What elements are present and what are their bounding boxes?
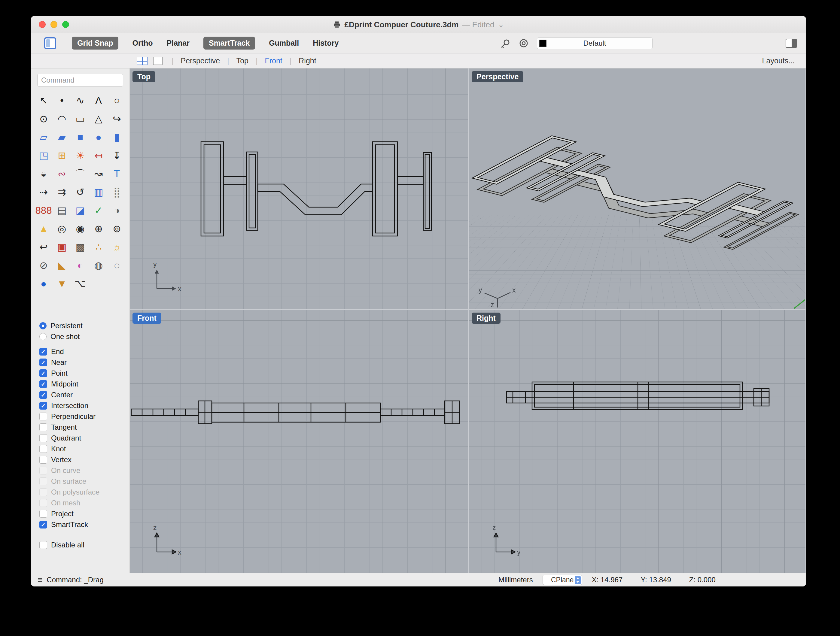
- earth-globe-icon[interactable]: ◍: [90, 256, 108, 274]
- radio-one-shot[interactable]: [39, 333, 47, 340]
- split-icon[interactable]: ↧: [108, 146, 126, 165]
- trim-icon[interactable]: ↤: [90, 146, 108, 165]
- toolbar-button-planar[interactable]: Planar: [167, 37, 189, 50]
- array-icon[interactable]: ⣿: [108, 183, 126, 201]
- point-cloud-icon[interactable]: ∴: [90, 238, 108, 256]
- zoom-icon[interactable]: ◎: [53, 219, 71, 238]
- zoom-extents-icon[interactable]: ⊕: [90, 219, 108, 238]
- toolbar-button-grid-snap[interactable]: Grid Snap: [72, 37, 118, 50]
- key-icon[interactable]: [500, 38, 510, 49]
- boolean-union-icon[interactable]: ◒: [35, 165, 53, 183]
- close-button[interactable]: [39, 21, 46, 28]
- toolbar-button-smarttrack[interactable]: SmartTrack: [204, 37, 255, 50]
- copy-icon[interactable]: ⇉: [53, 183, 71, 201]
- checkbox-perpendicular[interactable]: [39, 412, 47, 420]
- cplane-selector[interactable]: CPlane: [543, 575, 582, 585]
- viewport-front[interactable]: Front: [130, 310, 468, 573]
- units-indicator[interactable]: Millimeters: [498, 576, 533, 584]
- toolbar-button-history[interactable]: History: [313, 37, 339, 50]
- extend-curve-icon[interactable]: ↝: [90, 165, 108, 183]
- toolbar-button-ortho[interactable]: Ortho: [132, 37, 153, 50]
- toolbar-button-gumball[interactable]: Gumball: [269, 37, 299, 50]
- viewport-tab-right[interactable]: Right: [298, 57, 316, 65]
- lamp-icon[interactable]: ☼: [108, 238, 126, 256]
- mirror-icon[interactable]: ▥: [90, 183, 108, 201]
- checkbox-point[interactable]: ✓: [39, 369, 47, 377]
- viewport-right-label[interactable]: Right: [472, 313, 501, 324]
- viewport-perspective-label[interactable]: Perspective: [472, 71, 523, 82]
- freeform-curve-icon[interactable]: ↪: [108, 110, 126, 128]
- arc-icon[interactable]: ◠: [53, 110, 71, 128]
- wedge-icon[interactable]: ◣: [53, 256, 71, 274]
- checkbox-near[interactable]: ✓: [39, 359, 47, 366]
- curve-boolean-icon[interactable]: ∾: [53, 165, 71, 183]
- checkbox-quadrant[interactable]: [39, 434, 47, 442]
- mesh-sphere-icon[interactable]: ◌: [108, 256, 126, 274]
- render-icon[interactable]: ▣: [53, 238, 71, 256]
- minimize-button[interactable]: [51, 21, 57, 28]
- shaded-view-icon[interactable]: ◑: [108, 201, 126, 219]
- hatch-icon[interactable]: ▩: [71, 238, 90, 256]
- layer-selector[interactable]: Default: [537, 37, 652, 49]
- title-chevron-icon[interactable]: ⌄: [498, 20, 504, 29]
- cone-flat-icon[interactable]: ▼: [53, 274, 71, 293]
- four-view-icon[interactable]: [137, 57, 147, 65]
- checkbox-intersection[interactable]: ✓: [39, 402, 47, 409]
- text-object-icon[interactable]: T: [108, 165, 126, 183]
- explode-icon[interactable]: ☀: [71, 146, 90, 165]
- polyline-icon[interactable]: Λ: [90, 91, 108, 110]
- checkbox-smarttrack[interactable]: ✓: [39, 521, 47, 529]
- fillet-curve-icon[interactable]: ⌒: [71, 165, 90, 183]
- join-icon[interactable]: ⊞: [53, 146, 71, 165]
- layouts-button[interactable]: Layouts...: [762, 57, 795, 65]
- viewport-right[interactable]: Right: [469, 310, 805, 573]
- sphere-icon[interactable]: ●: [90, 128, 108, 146]
- rotate-icon[interactable]: ↺: [71, 183, 90, 201]
- radio-persistent[interactable]: [39, 322, 47, 329]
- spotlight-icon[interactable]: ▲: [35, 219, 53, 238]
- viewport-perspective[interactable]: Perspective x y z: [469, 68, 805, 309]
- checkbox-disable-all[interactable]: [39, 541, 47, 549]
- move-icon[interactable]: ⇢: [35, 183, 53, 201]
- layer-grid-icon[interactable]: ▤: [53, 201, 71, 219]
- hamburger-menu-icon[interactable]: ≡: [38, 575, 43, 585]
- zoom-selected-icon[interactable]: ⊚: [108, 219, 126, 238]
- select-pointer-icon[interactable]: ↖: [35, 91, 53, 110]
- ellipse-icon[interactable]: ⊙: [35, 110, 53, 128]
- checkbox-midpoint[interactable]: ✓: [39, 380, 47, 388]
- single-view-icon[interactable]: [153, 57, 163, 65]
- viewport-top[interactable]: Top y x: [130, 68, 468, 309]
- surface-corner-icon[interactable]: ▱: [35, 128, 53, 146]
- viewport-top-label[interactable]: Top: [133, 71, 155, 82]
- checkbox-knot[interactable]: [39, 445, 47, 453]
- circle-icon[interactable]: ○: [108, 91, 126, 110]
- viewport-front-label[interactable]: Front: [133, 313, 161, 324]
- viewport-tab-perspective[interactable]: Perspective: [181, 57, 220, 65]
- viewport-tab-top[interactable]: Top: [237, 57, 248, 65]
- cylinder-icon[interactable]: ▮: [108, 128, 126, 146]
- single-point-icon[interactable]: •: [53, 91, 71, 110]
- block-manager-icon[interactable]: ⌥: [71, 274, 90, 293]
- checkbox-center[interactable]: ✓: [39, 391, 47, 399]
- checkbox-project[interactable]: [39, 510, 47, 518]
- hide-object-icon[interactable]: ◪: [71, 201, 90, 219]
- rectangle-icon[interactable]: ▭: [71, 110, 90, 128]
- undo-view-icon[interactable]: ↩: [35, 238, 53, 256]
- color-picker-icon[interactable]: ◐: [71, 256, 90, 274]
- panels-icon[interactable]: [44, 37, 56, 49]
- zoom-window-icon[interactable]: ◉: [71, 219, 90, 238]
- material-sphere-icon[interactable]: ●: [35, 274, 53, 293]
- target-circle-icon[interactable]: [518, 38, 529, 49]
- surface-plane-icon[interactable]: ▰: [53, 128, 71, 146]
- zoom-button[interactable]: [62, 21, 69, 28]
- checkbox-tangent[interactable]: [39, 423, 47, 431]
- command-input[interactable]: [37, 74, 123, 87]
- curve-interpolate-icon[interactable]: ∿: [71, 91, 90, 110]
- check-object-icon[interactable]: ✓: [90, 201, 108, 219]
- polygon-icon[interactable]: △: [90, 110, 108, 128]
- checkbox-end[interactable]: ✓: [39, 348, 47, 356]
- sidebar-toggle-icon[interactable]: [786, 39, 797, 48]
- lock-icon[interactable]: ⊘: [35, 256, 53, 274]
- box-icon[interactable]: ■: [71, 128, 90, 146]
- cplane-icon[interactable]: ◳: [35, 146, 53, 165]
